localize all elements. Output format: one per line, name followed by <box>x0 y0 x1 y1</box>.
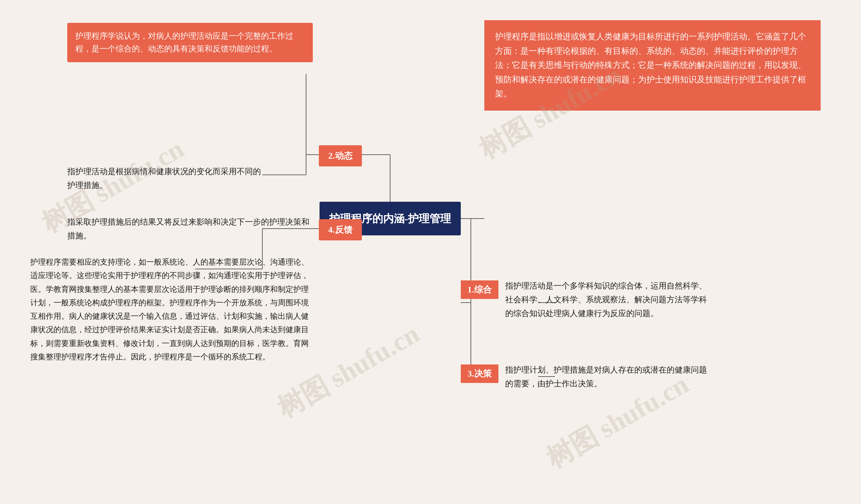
bottom-text: 护理程序需要相应的支持理论，如一般系统论、人的基本需要层次论、沟通理论、适应理论… <box>30 255 310 364</box>
feedback-label: 4.反馈 <box>319 219 362 240</box>
right-top-desc: 护理程序是指以增进或恢复人类健康为目标所进行的一系列护理活动。它涵盖了几个方面：… <box>484 20 821 111</box>
left-top-content-box: 护理程序学说认为，对病人的护理活动应是一个完整的工作过程，是一个综合的、动态的具… <box>67 23 313 62</box>
dynamic-text: 指护理活动是根据病情和健康状况的变化而采用不同的护理措施。 <box>67 165 262 192</box>
synthesis-item: 1.综合 指护理活动是一个多学科知识的综合体，运用自然科学、社会科学、人文科学、… <box>461 279 831 320</box>
dynamic-label: 2.动态 <box>319 145 362 166</box>
decision-label: 3.决策 <box>461 364 498 383</box>
left-top-content-text: 护理程序学说认为，对病人的护理活动应是一个完整的工作过程，是一个综合的、动态的具… <box>75 32 293 53</box>
synthesis-label: 1.综合 <box>461 280 498 299</box>
synthesis-text: 指护理活动是一个多学科知识的综合体，运用自然科学、社会科学、人文科学、系统观察法… <box>505 279 707 320</box>
feedback-text: 指采取护理措施后的结果又将反过来影响和决定下一步的护理决策和措施。 <box>67 215 310 243</box>
decision-text: 指护理计划、护理措施是对病人存在的或潜在的健康问题的需要，由护士作出决策。 <box>505 363 707 391</box>
decision-item: 3.决策 指护理计划、护理措施是对病人存在的或潜在的健康问题的需要，由护士作出决… <box>461 363 831 391</box>
